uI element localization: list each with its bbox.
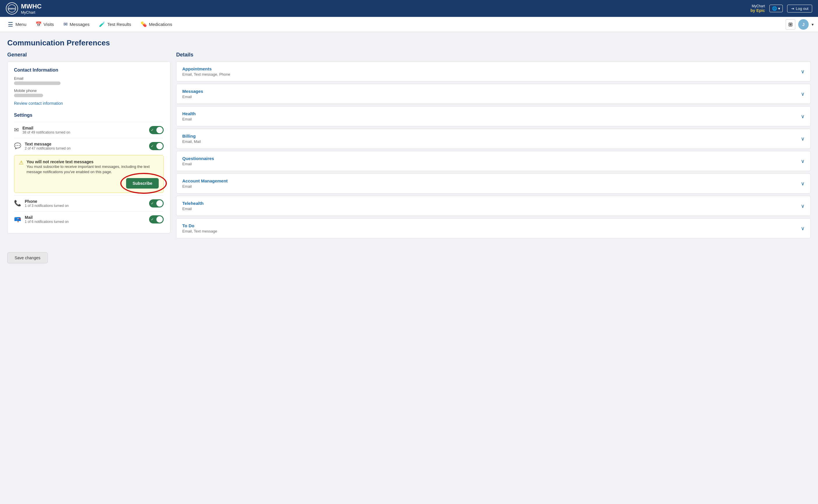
contact-info-title: Contact Information xyxy=(14,68,164,73)
qr-button[interactable]: ⊞ xyxy=(786,19,795,30)
logo-text: MWHC MyChart xyxy=(21,3,42,15)
subscribe-button[interactable]: Subscribe xyxy=(126,178,159,189)
general-card: Contact Information Email Mobile phone R… xyxy=(7,61,170,233)
detail-appointments[interactable]: Appointments Email, Text message, Phone … xyxy=(176,61,811,81)
account-management-title: Account Management xyxy=(182,178,228,183)
text-setting-sub: 2 of 47 notifications turned on xyxy=(25,146,70,150)
telehealth-sub: Email xyxy=(182,207,203,211)
general-section-title: General xyxy=(7,52,170,58)
review-contact-link[interactable]: Review contact information xyxy=(14,101,63,106)
menu-button[interactable]: ☰ Menu xyxy=(4,19,30,30)
email-setting-row: ✉ Email 38 of 49 notifications turned on… xyxy=(14,122,164,138)
health-sub: Email xyxy=(182,117,196,121)
mail-setting-icon: 📪 xyxy=(14,216,21,223)
right-panel: Details Appointments Email, Text message… xyxy=(176,52,811,241)
org-name: MWHC xyxy=(21,3,42,10)
detail-billing[interactable]: Billing Email, Mail ∨ xyxy=(176,129,811,149)
billing-title: Billing xyxy=(182,134,201,139)
health-title: Health xyxy=(182,111,196,116)
detail-telehealth[interactable]: Telehealth Email ∨ xyxy=(176,196,811,216)
detail-account-management[interactable]: Account Management Email ∨ xyxy=(176,173,811,194)
todo-sub: Email, Text message xyxy=(182,229,217,233)
phone-setting-name: Phone xyxy=(25,199,69,204)
save-area: Save changes xyxy=(0,248,818,268)
user-dropdown-button[interactable]: ▾ xyxy=(812,22,814,27)
appointments-sub: Email, Text message, Phone xyxy=(182,72,230,77)
messages-title: Messages xyxy=(182,89,203,94)
header-right: MyChart by Epic 🌐 ▾ ⇥ Log out xyxy=(750,4,812,13)
mobile-label: Mobile phone xyxy=(14,88,164,93)
questionnaires-chevron: ∨ xyxy=(801,158,805,164)
mail-setting-name: Mail xyxy=(25,215,69,220)
test-results-icon: 🧪 xyxy=(99,21,105,27)
email-label: Email xyxy=(14,76,164,81)
nav-messages[interactable]: ✉ Messages xyxy=(59,19,93,30)
hamburger-icon: ☰ xyxy=(8,21,13,28)
save-changes-button[interactable]: Save changes xyxy=(7,252,48,263)
detail-questionnaires[interactable]: Questionnaires Email ∨ xyxy=(176,151,811,171)
messages-chevron: ∨ xyxy=(801,91,805,97)
telehealth-chevron: ∨ xyxy=(801,203,805,209)
email-setting-sub: 38 of 49 notifications turned on xyxy=(22,130,70,134)
logo-circle: MWHC xyxy=(6,2,18,15)
left-panel: General Contact Information Email Mobile… xyxy=(7,52,170,241)
email-toggle[interactable]: ✓ xyxy=(149,126,164,134)
todo-title: To Do xyxy=(182,223,217,228)
mychart-epic-logo: MyChart by Epic xyxy=(750,4,765,13)
phone-toggle[interactable]: ✓ xyxy=(149,199,164,207)
phone-setting-row: 📞 Phone 1 of 3 notifications turned on ✓ xyxy=(14,195,164,211)
nav-visits[interactable]: 📅 Visits xyxy=(31,19,58,30)
messages-sub: Email xyxy=(182,95,203,99)
mobile-value xyxy=(14,94,43,97)
details-section-title: Details xyxy=(176,52,811,58)
appointments-chevron: ∨ xyxy=(801,68,805,75)
mail-setting-sub: 1 of 6 notifications turned on xyxy=(25,220,69,224)
billing-chevron: ∨ xyxy=(801,136,805,142)
app-name: MyChart xyxy=(21,10,42,15)
todo-chevron: ∨ xyxy=(801,225,805,232)
email-setting-icon: ✉ xyxy=(14,126,19,133)
telehealth-title: Telehealth xyxy=(182,201,203,206)
detail-health[interactable]: Health Email ∨ xyxy=(176,106,811,126)
nav-bar: ☰ Menu 📅 Visits ✉ Messages 🧪 Test Result… xyxy=(0,17,818,32)
questionnaires-title: Questionnaires xyxy=(182,156,214,161)
logo-area: MWHC MWHC MyChart xyxy=(6,2,42,15)
top-header: MWHC MWHC MyChart MyChart by Epic 🌐 ▾ ⇥ … xyxy=(0,0,818,17)
detail-todo[interactable]: To Do Email, Text message ∨ xyxy=(176,218,811,238)
messages-icon: ✉ xyxy=(63,21,68,27)
mail-toggle[interactable]: ✓ xyxy=(149,215,164,223)
text-message-setting-row: 💬 Text message 2 of 47 notifications tur… xyxy=(14,138,164,154)
page-title: Communication Preferences xyxy=(0,32,818,52)
medications-icon: 💊 xyxy=(141,21,147,27)
main-content: General Contact Information Email Mobile… xyxy=(0,52,818,248)
language-button[interactable]: 🌐 ▾ xyxy=(769,5,783,12)
logout-button[interactable]: ⇥ Log out xyxy=(787,5,812,13)
account-management-sub: Email xyxy=(182,184,228,189)
detail-messages[interactable]: Messages Email ∨ xyxy=(176,84,811,104)
warning-box: ⚠ You will not receive text messages You… xyxy=(14,155,164,193)
mail-setting-row: 📪 Mail 1 of 6 notifications turned on ✓ xyxy=(14,211,164,227)
text-setting-name: Text message xyxy=(25,142,70,146)
warning-title: You will not receive text messages xyxy=(26,159,159,164)
logout-icon: ⇥ xyxy=(791,6,794,11)
nav-medications[interactable]: 💊 Medications xyxy=(137,19,176,30)
appointments-title: Appointments xyxy=(182,66,230,71)
text-setting-icon: 💬 xyxy=(14,142,21,149)
questionnaires-sub: Email xyxy=(182,162,214,166)
nav-test-results[interactable]: 🧪 Test Results xyxy=(95,19,135,30)
settings-title: Settings xyxy=(14,113,164,118)
nav-right: ⊞ J ▾ xyxy=(786,19,814,30)
phone-setting-sub: 1 of 3 notifications turned on xyxy=(25,204,69,208)
account-management-chevron: ∨ xyxy=(801,180,805,187)
billing-sub: Email, Mail xyxy=(182,139,201,144)
svg-text:MWHC: MWHC xyxy=(8,7,16,10)
avatar[interactable]: J xyxy=(798,19,809,30)
warning-text: You must subscribe to receive important … xyxy=(26,164,159,175)
visits-icon: 📅 xyxy=(36,21,42,27)
health-chevron: ∨ xyxy=(801,113,805,120)
email-setting-name: Email xyxy=(22,126,70,130)
text-toggle[interactable]: ✓ xyxy=(149,142,164,150)
warning-icon: ⚠ xyxy=(19,159,24,166)
phone-setting-icon: 📞 xyxy=(14,200,21,207)
email-value xyxy=(14,81,61,85)
